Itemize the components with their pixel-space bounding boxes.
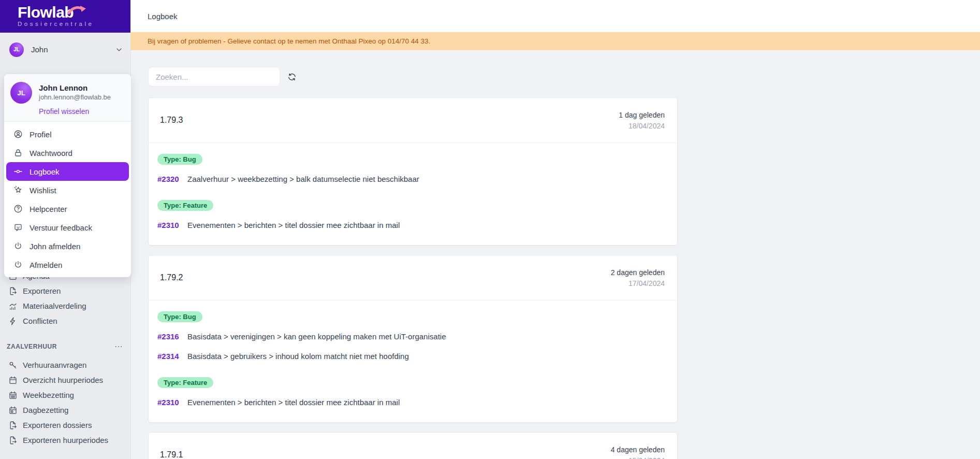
issue-text: Basisdata > verenigingen > kan geen kopp…	[187, 332, 446, 342]
sidebar-item-overzicht-huurperiodes[interactable]: Overzicht huurperiodes	[0, 372, 130, 388]
help-circle-icon	[13, 204, 23, 213]
notice-banner: Bij vragen of problemen - Gelieve contac…	[130, 32, 980, 50]
calendar-day-icon	[8, 406, 18, 415]
sidebar-item-label: Verhuuraanvragen	[23, 361, 86, 369]
issue-row: #2310 Evenementen > berichten > titel do…	[157, 220, 668, 231]
main-area: Logboek Bij vragen of problemen - Geliev…	[130, 0, 980, 459]
sidebar-item-materiaalverdeling[interactable]: Materiaalverdeling	[0, 298, 130, 313]
refresh-icon	[287, 72, 297, 82]
user-menu-toggle[interactable]: JL John	[0, 33, 130, 66]
user-dropdown: JL John Lennon john.lennon@flowlab.be Pr…	[4, 74, 131, 277]
menu-item-afmelden[interactable]: Afmelden	[6, 255, 129, 274]
menu-item-wachtwoord[interactable]: Wachtwoord	[6, 144, 129, 162]
lightning-icon	[8, 317, 18, 326]
brand-arrow-icon	[67, 4, 87, 16]
git-commit-icon	[13, 167, 23, 176]
menu-item-john-afmelden[interactable]: John afmelden	[6, 237, 129, 255]
sidebar-item-label: Overzicht huurperiodes	[23, 376, 103, 384]
sidebar-item-label: Exporteren huurperiodes	[23, 436, 108, 444]
sidebar-item-dagbezetting[interactable]: Dagbezetting	[0, 403, 130, 418]
file-export-icon	[8, 436, 18, 445]
section-title: ZAALVERHUUR	[7, 343, 57, 350]
menu-item-helpcenter[interactable]: Helpcenter	[6, 199, 129, 218]
user-full-name: John Lennon	[39, 82, 111, 93]
switch-profile-link[interactable]: Profiel wisselen	[39, 107, 125, 116]
sidebar-item-label: Exporteren dossiers	[23, 421, 92, 429]
menu-item-wishlist[interactable]: Wishlist	[6, 181, 129, 199]
release-version: 1.79.2	[160, 273, 183, 282]
sidebar-nav: Agenda Exporteren Materiaalverdeling Con…	[0, 268, 130, 448]
sidebar-item-conflicten[interactable]: Conflicten	[0, 313, 130, 328]
release-card-header: 1.79.3 1 dag geleden 18/04/2024	[149, 98, 677, 143]
brand-tagline: Dossiercentrale	[18, 21, 130, 27]
menu-item-logboek[interactable]: Logboek	[6, 162, 129, 181]
brand-header: Flowlab Dossiercentrale	[0, 0, 130, 33]
issue-text: Basisdata > gebruikers > inhoud kolom ma…	[187, 351, 409, 362]
type-badge: Type: Bug	[157, 311, 202, 322]
power-icon	[13, 241, 23, 251]
calendar-week-icon	[8, 391, 18, 400]
sidebar-section-zaalverhuur: ZAALVERHUUR	[0, 339, 130, 354]
topbar: Logboek	[130, 0, 980, 32]
release-relative-date: 4 dagen geleden	[611, 444, 665, 455]
file-export-icon	[8, 421, 18, 430]
type-badge: Type: Feature	[157, 200, 213, 211]
sidebar-item-exporteren-huurperiodes[interactable]: Exporteren huurperiodes	[0, 433, 130, 448]
issue-id-link[interactable]: #2310	[157, 220, 181, 231]
release-card-header: 1.79.2 2 dagen geleden 17/04/2024	[149, 255, 677, 300]
type-badge: Type: Feature	[157, 377, 213, 388]
menu-item-label: Helpcenter	[30, 205, 67, 213]
refresh-button[interactable]	[286, 71, 298, 83]
feedback-smiley-icon	[13, 223, 23, 232]
menu-item-verstuur-feedback[interactable]: Verstuur feedback	[6, 218, 129, 237]
sidebar-item-exporteren-dossiers[interactable]: Exporteren dossiers	[0, 418, 130, 433]
issue-id-link[interactable]: #2320	[157, 174, 181, 184]
issue-text: Zaalverhuur > weekbezetting > balk datum…	[187, 174, 419, 184]
search-input[interactable]	[148, 67, 280, 87]
release-date: 15/04/2024	[611, 455, 665, 459]
release-date: 17/04/2024	[611, 278, 665, 289]
menu-item-profiel[interactable]: Profiel	[6, 125, 129, 144]
release-card: 1.79.2 2 dagen geleden 17/04/2024 Type: …	[148, 255, 678, 423]
release-version: 1.79.1	[160, 450, 183, 459]
issue-text: Evenementen > berichten > titel dossier …	[187, 220, 400, 231]
sidebar-item-label: Weekbezetting	[23, 391, 74, 399]
sidebar-item-label: Materiaalverdeling	[23, 302, 86, 310]
menu-item-label: John afmelden	[30, 242, 80, 251]
calendar-icon	[8, 376, 18, 385]
issue-id-link[interactable]: #2314	[157, 351, 181, 362]
chart-icon	[8, 302, 18, 311]
release-card-body: Type: Bug #2320 Zaalverhuur > weekbezett…	[149, 143, 677, 245]
user-dropdown-header: JL John Lennon john.lennon@flowlab.be Pr…	[4, 74, 131, 122]
brand-logo: Flowlab	[18, 5, 74, 20]
menu-item-label: Wishlist	[30, 186, 56, 195]
release-relative-date: 2 dagen geleden	[611, 267, 665, 278]
menu-item-label: Afmelden	[30, 261, 62, 269]
file-export-icon	[8, 286, 18, 296]
key-icon	[8, 361, 18, 370]
user-dropdown-menu: Profiel Wachtwoord Logboek Wishlist Help…	[4, 122, 131, 277]
sidebar-item-verhuuraanvragen[interactable]: Verhuuraanvragen	[0, 357, 130, 372]
issue-id-link[interactable]: #2310	[157, 397, 181, 408]
issue-id-link[interactable]: #2316	[157, 332, 181, 342]
avatar: JL	[10, 82, 32, 104]
release-card: 1.79.1 4 dagen geleden 15/04/2024	[148, 432, 678, 459]
user-name: John	[31, 45, 48, 54]
menu-item-label: Verstuur feedback	[30, 223, 92, 232]
sidebar-item-weekbezetting[interactable]: Weekbezetting	[0, 388, 130, 403]
star-sparkle-icon	[13, 185, 23, 195]
type-badge: Type: Bug	[157, 154, 202, 165]
avatar: JL	[9, 42, 24, 57]
release-version: 1.79.3	[160, 116, 183, 125]
release-date: 18/04/2024	[619, 121, 665, 131]
sidebar-item-label: Dagbezetting	[23, 406, 68, 414]
issue-row: #2316 Basisdata > verenigingen > kan gee…	[157, 332, 668, 342]
menu-item-label: Logboek	[30, 167, 60, 176]
release-relative-date: 1 dag geleden	[619, 110, 665, 120]
ellipsis-icon[interactable]	[114, 342, 123, 351]
lock-icon	[13, 148, 23, 157]
issue-row: #2310 Evenementen > berichten > titel do…	[157, 397, 668, 408]
sidebar-item-exporteren[interactable]: Exporteren	[0, 283, 130, 298]
menu-item-label: Profiel	[30, 130, 52, 139]
user-email: john.lennon@flowlab.be	[39, 93, 111, 102]
